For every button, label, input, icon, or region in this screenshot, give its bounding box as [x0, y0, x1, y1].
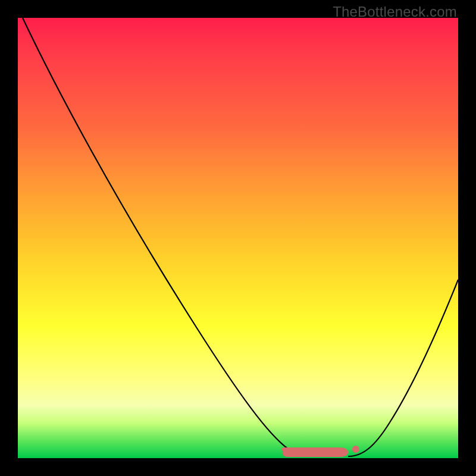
curve-left-branch [23, 18, 315, 456]
watermark-text: TheBottleneck.com [333, 4, 457, 20]
chart-frame: TheBottleneck.com [0, 0, 476, 476]
curve-right-branch [348, 280, 458, 456]
marker-dot [352, 446, 359, 453]
minimum-marker-region [281, 447, 348, 457]
bottleneck-curve [18, 18, 458, 458]
